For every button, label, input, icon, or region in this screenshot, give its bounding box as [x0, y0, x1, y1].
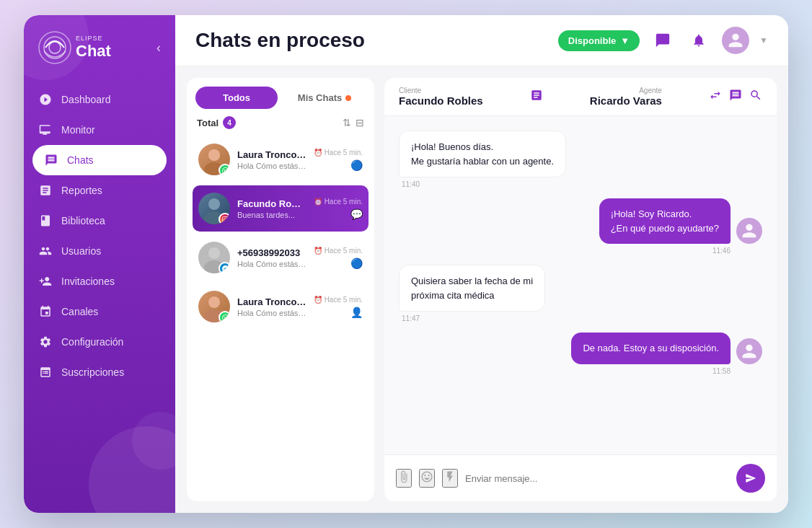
transfer-button[interactable]: [709, 89, 722, 105]
app-container: ELIPSE Chat ‹ Dashboard Monitor: [24, 15, 788, 513]
back-button[interactable]: ‹: [156, 40, 161, 56]
filter-icon[interactable]: ⊟: [356, 117, 364, 128]
chat-name-1: Laura Troncoso: [237, 149, 306, 160]
msg-row-2: ¡Hola! Soy Ricardo.¿En qué puedo ayudart…: [399, 198, 762, 244]
tab-mine[interactable]: Mis Chats: [283, 87, 366, 109]
chat-header-actions: [709, 89, 762, 105]
message-group-3: Quisiera saber la fecha de mipróxima cit…: [399, 265, 762, 322]
chat-name-2: Facundo Robles: [237, 198, 306, 209]
configuracion-icon: [38, 335, 53, 349]
chat-meta-2: ⏰ Hace 5 min. 💬: [314, 198, 363, 220]
message-group-4: De nada. Estoy a su disposición. 11:58: [399, 333, 762, 375]
msg-row-3: Quisiera saber la fecha de mipróxima cit…: [399, 265, 762, 312]
chat-info-4: Laura Troncoso Hola Cómo estás?...: [237, 296, 306, 317]
emoji-button[interactable]: [419, 469, 435, 488]
attach-button[interactable]: [396, 469, 412, 488]
chat-bubble-button[interactable]: [650, 27, 676, 53]
dashboard-icon: [38, 92, 53, 107]
chat-list-header: Total 4 ⇅ ⊟: [187, 109, 374, 133]
sidebar-item-chats[interactable]: Chats: [32, 145, 167, 175]
chat-action-icon-2: 💬: [350, 208, 363, 220]
chat-info-2: Facundo Robles Buenas tardes...: [237, 198, 306, 219]
chat-avatar-2: [198, 193, 230, 224]
sidebar-nav: Dashboard Monitor Chats Reportes: [24, 77, 175, 513]
notifications-button[interactable]: [686, 27, 712, 53]
header-actions: Disponible ▼ ▼: [558, 27, 768, 54]
sort-icon[interactable]: ⇅: [343, 117, 351, 128]
client-info: Cliente Facundo Robles: [399, 87, 483, 107]
transcript-button[interactable]: [530, 89, 543, 105]
chat-action-icon-1: 🔵: [350, 159, 363, 171]
chat-tabs: Todos Mis Chats: [187, 78, 374, 109]
chat-time-2: ⏰ Hace 5 min.: [314, 198, 363, 206]
agent-info: Agente Ricardo Varas: [590, 87, 662, 107]
main-header: Chats en proceso Disponible ▼ ▼: [175, 15, 788, 66]
tab-mine-dot: [345, 95, 351, 101]
svg-point-8: [208, 247, 220, 259]
sidebar-item-dashboard[interactable]: Dashboard: [24, 84, 175, 115]
chat-name-3: +56938992033: [237, 247, 306, 258]
sidebar-item-invitaciones[interactable]: Invitaciones: [24, 266, 175, 296]
invitaciones-label: Invitaciones: [61, 276, 115, 287]
agent-label: Agente: [639, 87, 662, 94]
chat-info-1: Laura Troncoso Hola Cómo estás?...: [237, 149, 306, 170]
msg-time-3: 11:47: [402, 314, 762, 322]
sidebar-item-reportes[interactable]: Reportes: [24, 175, 175, 206]
send-button[interactable]: [736, 464, 765, 493]
biblioteca-icon: [38, 214, 53, 228]
monitor-label: Monitor: [61, 124, 95, 136]
chats-icon: [44, 153, 58, 167]
msg-time-1: 11:40: [402, 180, 762, 188]
message-group-1: ¡Hola! Buenos días.Me gustaría hablar co…: [399, 131, 762, 188]
chat-info-3: +56938992033 Hola Cómo estás?...: [237, 247, 306, 268]
channel-badge-telegram: [219, 262, 230, 273]
chats-label: Chats: [67, 154, 94, 166]
svg-point-6: [208, 198, 220, 210]
tab-mine-label: Mis Chats: [298, 92, 342, 103]
agent-avatar-msg-4: [736, 338, 762, 364]
chat-item-1[interactable]: Laura Troncoso Hola Cómo estás?... ⏰ Hac…: [193, 136, 369, 182]
sidebar-item-canales[interactable]: Canales: [24, 296, 175, 327]
page-title: Chats en proceso: [195, 29, 365, 52]
user-avatar[interactable]: [722, 27, 749, 54]
filter-icons: ⇅ ⊟: [343, 117, 364, 128]
chat-item-2[interactable]: Facundo Robles Buenas tardes... ⏰ Hace 5…: [193, 185, 369, 232]
search-chat-button[interactable]: [749, 89, 762, 105]
client-name: Facundo Robles: [399, 94, 483, 107]
chat-item-3[interactable]: +56938992033 Hola Cómo estás?... ⏰ Hace …: [193, 234, 369, 281]
tab-all[interactable]: Todos: [195, 87, 278, 109]
sidebar-item-suscripciones[interactable]: Suscripciones: [24, 357, 175, 387]
chat-name-4: Laura Troncoso: [237, 296, 306, 307]
sidebar-item-usuarios[interactable]: Usuarios: [24, 236, 175, 266]
sidebar-item-configuracion[interactable]: Configuración: [24, 327, 175, 357]
sidebar-item-monitor[interactable]: Monitor: [24, 115, 175, 145]
message-group-2: ¡Hola! Soy Ricardo.¿En qué puedo ayudart…: [399, 198, 762, 255]
chat-item-4[interactable]: Laura Troncoso Hola Cómo estás?... ⏰ Hac…: [193, 283, 369, 330]
disponible-button[interactable]: Disponible ▼: [558, 30, 640, 51]
chevron-down-icon: ▼: [759, 35, 768, 45]
chat-header-center: [530, 89, 543, 105]
msg-bubble-1: ¡Hola! Buenos días.Me gustaría hablar co…: [399, 131, 566, 177]
channel-badge-whatsapp: [219, 164, 230, 175]
main-content: Chats en proceso Disponible ▼ ▼: [175, 15, 788, 513]
body-area: Todos Mis Chats Total 4 ⇅: [175, 66, 788, 513]
chat-action-icon-3: 🔵: [350, 258, 363, 269]
invitaciones-icon: [38, 274, 53, 289]
total-label: Total 4: [197, 116, 236, 129]
channel-badge-instagram: [219, 213, 230, 224]
reportes-icon: [38, 183, 53, 198]
configuracion-label: Configuración: [61, 336, 123, 348]
note-button[interactable]: [729, 89, 742, 105]
msg-time-4: 11:58: [399, 367, 731, 375]
canales-icon: [38, 304, 53, 319]
canales-label: Canales: [61, 306, 98, 317]
message-input[interactable]: [465, 473, 729, 484]
msg-time-2: 11:46: [399, 247, 731, 255]
disponible-label: Disponible: [568, 35, 616, 46]
lightning-button[interactable]: [442, 469, 458, 488]
chat-time-4: ⏰ Hace 5 min.: [314, 296, 363, 304]
svg-point-10: [208, 296, 220, 308]
chat-preview-4: Hola Cómo estás?...: [237, 309, 306, 317]
chat-avatar-3: [198, 242, 230, 273]
sidebar-item-biblioteca[interactable]: Biblioteca: [24, 206, 175, 236]
